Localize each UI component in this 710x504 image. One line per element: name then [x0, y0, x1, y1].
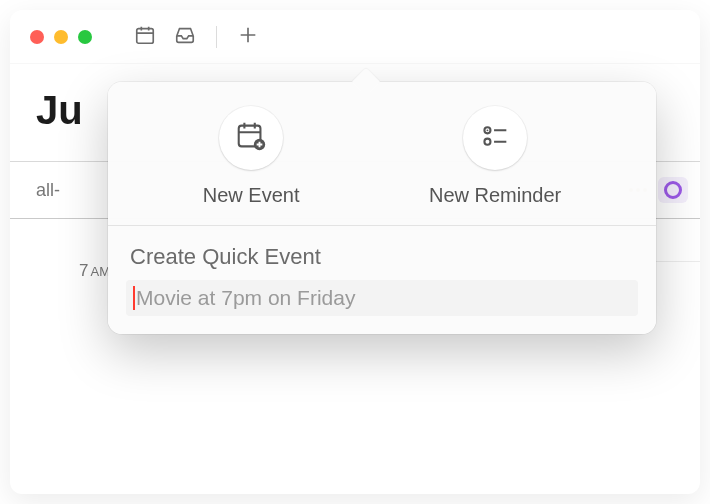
- new-event-label: New Event: [203, 184, 300, 207]
- plus-icon: [237, 24, 259, 50]
- calendar-add-icon: [234, 119, 268, 157]
- svg-point-12: [487, 129, 489, 131]
- svg-rect-0: [137, 28, 154, 43]
- titlebar: [10, 10, 700, 64]
- new-event-button[interactable]: New Event: [203, 106, 300, 207]
- window-controls: [30, 30, 92, 44]
- reminders-list-icon: [478, 119, 512, 157]
- quick-event-input-wrap: [126, 280, 638, 316]
- quick-event-title: Create Quick Event: [126, 244, 638, 270]
- quick-event-input[interactable]: [126, 280, 638, 316]
- text-caret: [133, 286, 135, 310]
- toolbar-separator: [216, 26, 217, 48]
- app-window: Ju all- 7AM: [10, 10, 700, 494]
- calendar-icon: [134, 24, 156, 50]
- inbox-button[interactable]: [170, 22, 200, 52]
- fullscreen-window-button[interactable]: [78, 30, 92, 44]
- event-ring-icon: [664, 181, 682, 199]
- add-button[interactable]: [233, 22, 263, 52]
- minimize-window-button[interactable]: [54, 30, 68, 44]
- new-reminder-label: New Reminder: [429, 184, 561, 207]
- add-popover: New Event New Reminder: [108, 82, 656, 334]
- new-reminder-button[interactable]: New Reminder: [429, 106, 561, 207]
- inbox-icon: [174, 24, 196, 50]
- all-day-event-item[interactable]: [656, 175, 690, 205]
- svg-point-14: [485, 139, 491, 145]
- calendars-toggle-button[interactable]: [130, 22, 160, 52]
- close-window-button[interactable]: [30, 30, 44, 44]
